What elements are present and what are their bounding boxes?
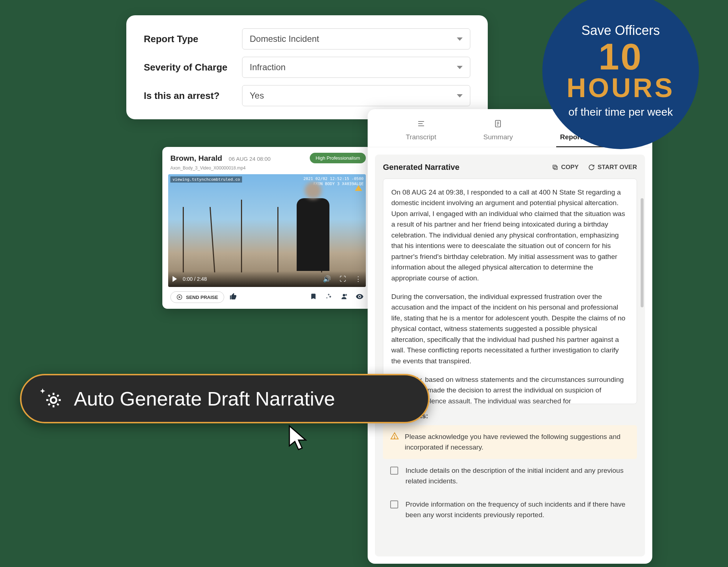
chevron-down-icon <box>457 94 463 97</box>
tab-transcript[interactable]: Transcript <box>406 119 436 147</box>
warning-icon <box>390 432 399 444</box>
chevron-down-icon <box>457 66 463 69</box>
send-praise-button[interactable]: SEND PRAISE <box>170 291 224 303</box>
video-time: 0:00 / 2:48 <box>183 276 207 282</box>
form-row-severity: Severity of Charge Infraction <box>144 57 470 78</box>
label-arrest: Is this an arrest? <box>144 90 242 101</box>
cursor-icon <box>288 424 309 455</box>
bookmark-icon[interactable] <box>310 293 317 302</box>
sparkle-plus-icon[interactable] <box>325 293 332 302</box>
select-value: Infraction <box>250 62 286 72</box>
video-date: 06 AUG 24 08:00 <box>229 156 270 162</box>
select-value: Domestic Incident <box>250 34 319 44</box>
auto-generate-button[interactable]: Auto Generate Draft Narrative <box>20 374 430 423</box>
scrollbar-thumb[interactable] <box>641 198 644 307</box>
thumbs-up-icon[interactable] <box>229 292 237 302</box>
label-report-type: Report Type <box>144 33 242 45</box>
svg-point-1 <box>343 294 345 296</box>
auto-generate-label: Auto Generate Draft Narrative <box>74 387 335 410</box>
video-player[interactable]: viewing.tstynchcombtruled.co 2021 02/02 … <box>168 174 366 287</box>
person-silhouette <box>297 198 329 271</box>
svg-rect-11 <box>553 165 556 168</box>
badge-line2: of their time per week <box>569 105 673 119</box>
start-over-button[interactable]: START OVER <box>588 164 637 171</box>
select-value: Yes <box>250 91 264 101</box>
svg-point-13 <box>394 438 395 438</box>
video-controls: 0:00 / 2:48 🔊 ⛶ ⋮ <box>168 271 366 287</box>
svg-rect-10 <box>554 166 557 169</box>
video-card: Brown, Harald 06 AUG 24 08:00 High Profe… <box>162 147 372 309</box>
svg-line-22 <box>48 404 50 405</box>
promo-badge: Save Officers 10 HOURS of their time per… <box>542 0 699 149</box>
svg-line-19 <box>48 395 50 396</box>
acknowledge-box: Please acknowledge you have reviewed the… <box>383 425 637 459</box>
copy-icon <box>552 164 558 171</box>
gear-sparkle-icon <box>39 386 64 411</box>
chevron-down-icon <box>457 37 463 41</box>
narrative-text[interactable]: On 08 AUG 24 at 09:38, I responded to a … <box>383 179 637 404</box>
warning-triangle-icon <box>355 185 362 191</box>
send-icon <box>177 294 182 300</box>
eye-icon[interactable] <box>356 292 364 302</box>
narrative-header: Generated Narrative COPY START OVER <box>383 163 637 172</box>
select-severity[interactable]: Infraction <box>242 57 470 78</box>
video-title-group: Brown, Harald 06 AUG 24 08:00 <box>168 154 270 163</box>
add-person-icon[interactable] <box>340 293 348 302</box>
video-person-name: Brown, Harald <box>170 154 222 163</box>
badge-number: 10 <box>598 40 642 74</box>
select-arrest[interactable]: Yes <box>242 85 470 106</box>
tab-summary[interactable]: Summary <box>483 119 513 147</box>
form-row-report-type: Report Type Domestic Incident <box>144 28 470 49</box>
fullscreen-icon[interactable]: ⛶ <box>340 275 346 283</box>
professionalism-badge: High Professionalism <box>310 153 366 163</box>
video-overlay-left: viewing.tstynchcombtruled.co <box>170 176 242 183</box>
report-form-card: Report Type Domestic Incident Severity o… <box>126 15 488 119</box>
narrative-title: Generated Narrative <box>383 163 459 172</box>
copy-button[interactable]: COPY <box>552 164 579 171</box>
refresh-icon <box>588 164 595 171</box>
summary-icon <box>494 119 502 130</box>
narrative-panel: Transcript Summary Report Narrative Gene… <box>368 109 652 564</box>
svg-point-14 <box>51 397 56 403</box>
play-icon[interactable] <box>173 276 177 282</box>
badge-hours: HOURS <box>566 76 674 100</box>
form-row-arrest: Is this an arrest? Yes <box>144 85 470 106</box>
label-severity: Severity of Charge <box>144 62 242 73</box>
video-header: Brown, Harald 06 AUG 24 08:00 High Profe… <box>168 153 366 163</box>
suggestion-checkbox[interactable] <box>390 467 398 475</box>
suggestion-item: Include details on the description of th… <box>383 459 637 493</box>
kebab-menu-icon[interactable]: ⋮ <box>355 275 361 283</box>
transcript-icon <box>417 119 426 130</box>
video-actions: SEND PRAISE <box>168 287 366 304</box>
select-report-type[interactable]: Domestic Incident <box>242 28 470 49</box>
suggestion-checkbox[interactable] <box>390 500 398 508</box>
narrative-actions: COPY START OVER <box>552 164 637 171</box>
svg-line-21 <box>57 395 59 396</box>
svg-line-20 <box>57 404 59 405</box>
volume-icon[interactable]: 🔊 <box>323 275 331 283</box>
suggestion-item: Provide information on the frequency of … <box>383 493 637 527</box>
video-filename: Axon_Body_3_Video_X00000018.mp4 <box>168 165 366 171</box>
narrative-body: Generated Narrative COPY START OVER On 0… <box>375 155 645 556</box>
